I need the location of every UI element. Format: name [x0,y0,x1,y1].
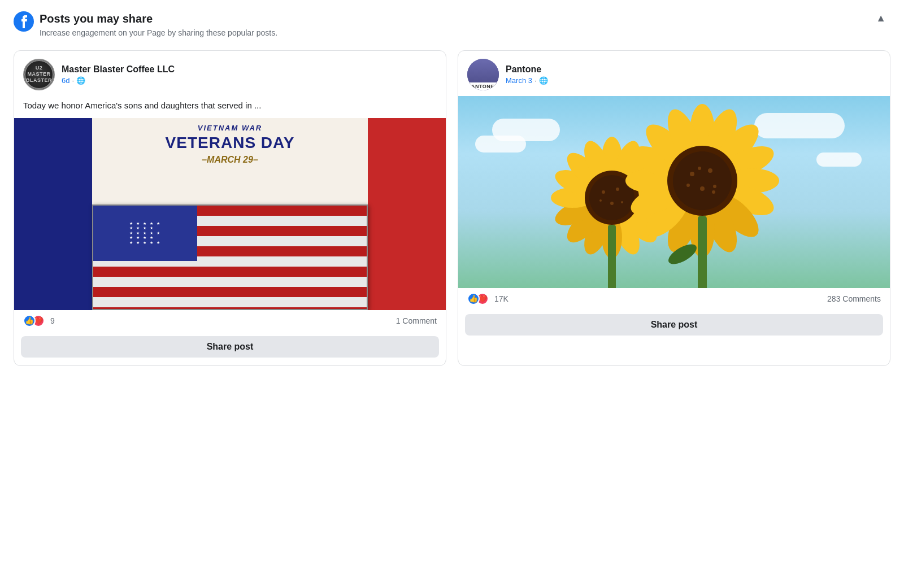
card-2-reaction-count: 17K [494,294,508,303]
veterans-day-text: VETERANS DAY [92,134,368,152]
svg-point-45 [708,168,712,173]
svg-point-50 [712,190,715,194]
svg-point-49 [698,167,701,170]
post-card-1: U2MASTERBLASTER Master Blaster Coffee LL… [14,50,446,366]
card-1-image: VIETNAM WAR VETERANS DAY –MARCH 29– ★ ★ … [14,118,446,310]
card-1-comment-count: 1 Comment [396,316,437,325]
card-1-header: U2MASTERBLASTER Master Blaster Coffee LL… [14,51,446,96]
card-1-author-info: Master Blaster Coffee LLC 6d · 🌐 [62,64,175,85]
svg-rect-51 [698,216,707,288]
section-header: Posts you may share Increase engagement … [14,11,890,39]
card-2-image [458,96,890,288]
card-1-dot: · [72,76,74,85]
card-1-reaction-count: 9 [50,316,55,325]
card-2-reactions: 👍 ❤️ 17K [467,293,508,305]
sunflowers-svg [458,96,890,288]
card-1-meta: 6d · 🌐 [62,76,175,85]
svg-point-20 [616,188,619,191]
share-post-button-1[interactable]: Share post [21,336,439,358]
share-post-button-2[interactable]: Share post [465,314,883,336]
card-1-text: Today we honor America's sons and daught… [23,99,437,111]
like-icon-2: 👍 [467,293,480,305]
card-2-author-name: Pantone [506,64,548,76]
post-card-2: PANTONE® Pantone March 3 · 🌐 [458,50,890,366]
svg-point-43 [673,151,732,210]
march-date-text: –MARCH 29– [92,155,368,165]
card-2-author-info: Pantone March 3 · 🌐 [506,64,548,85]
card-2-share-area: Share post [458,310,890,343]
svg-rect-24 [608,225,616,288]
card-2-date: March 3 [506,76,532,85]
svg-point-46 [700,186,705,191]
card-1-footer: 👍 ❤️ 9 1 Comment [14,310,446,332]
card-2-header: PANTONE® Pantone March 3 · 🌐 [458,51,890,96]
card-1-share-area: Share post [14,332,446,365]
card-2-comment-count: 283 Comments [827,294,881,303]
svg-point-47 [686,184,690,187]
page-wrapper: Posts you may share Increase engagement … [14,11,890,366]
svg-point-21 [610,202,614,205]
collapse-button[interactable]: ▲ [871,10,890,27]
globe-icon-2: 🌐 [539,76,548,85]
svg-point-22 [599,199,602,202]
svg-point-19 [602,190,605,194]
pantone-label: PANTONE® [467,82,499,90]
svg-point-23 [621,201,623,203]
flag-stars: ★ ★ ★ ★ ★★ ★ ★ ★★ ★ ★ ★ ★★ ★ ★ ★★ ★ ★ ★ … [129,221,161,245]
card-2-meta: March 3 · 🌐 [506,76,548,85]
section-subtitle: Increase engagement on your Page by shar… [40,28,871,39]
posts-container: U2MASTERBLASTER Master Blaster Coffee LL… [14,50,890,366]
svg-point-48 [713,185,716,188]
avatar-1: U2MASTERBLASTER [23,59,55,90]
reaction-icons-2: 👍 ❤️ [467,293,489,305]
like-icon-1: 👍 [23,315,36,327]
reaction-icons-1: 👍 ❤️ [23,315,45,327]
card-2-dot: · [534,76,537,85]
card-2-footer: 👍 ❤️ 17K 283 Comments [458,288,890,310]
section-title: Posts you may share [40,11,871,26]
card-1-reactions: 👍 ❤️ 9 [23,315,55,327]
globe-icon-1: 🌐 [76,76,85,85]
header-text-block: Posts you may share Increase engagement … [40,11,871,39]
vietnam-war-text: VIETNAM WAR [92,124,368,132]
avatar-2: PANTONE® [467,59,499,90]
card-1-author-name: Master Blaster Coffee LLC [62,64,175,76]
card-1-body: Today we honor America's sons and daught… [14,96,446,118]
facebook-logo-icon [14,11,34,32]
card-1-date: 6d [62,76,69,85]
svg-point-44 [690,172,694,176]
